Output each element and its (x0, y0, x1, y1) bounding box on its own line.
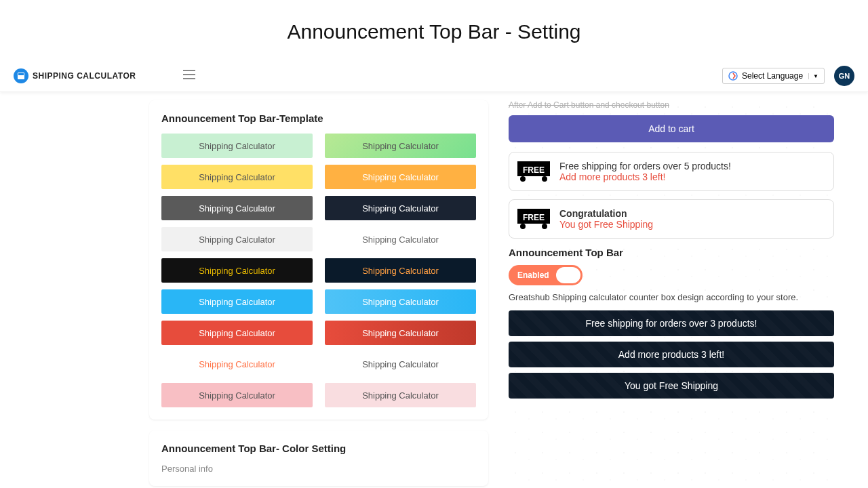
page-title: Announcement Top Bar - Setting (0, 0, 868, 60)
template-option[interactable]: Shipping Calculator (325, 289, 476, 314)
template-option[interactable]: Shipping Calculator (325, 196, 476, 220)
color-setting-card: Announcement Top Bar- Color Setting Pers… (149, 430, 488, 486)
free-shipping-progress-box: FREE Free shipping for orders over 5 pro… (509, 152, 834, 191)
template-option[interactable]: Shipping Calculator (161, 134, 313, 158)
language-label: Select Language (742, 71, 803, 81)
color-card-title: Announcement Top Bar- Color Setting (161, 443, 476, 454)
brand-logo[interactable]: Shipping Calculator (14, 68, 136, 83)
color-card-subtitle: Personal info (161, 464, 476, 474)
preview-bar-2: Add more products 3 left! (509, 342, 834, 367)
template-option[interactable]: Shipping Calculator (161, 196, 313, 220)
toggle-label: Enabled (511, 270, 556, 280)
announcement-section-label: Announcement Top Bar (509, 247, 834, 258)
template-option[interactable]: Shipping Calculator (161, 289, 313, 314)
avatar[interactable]: GN (834, 66, 854, 86)
template-option[interactable]: Shipping Calculator (325, 165, 476, 189)
svg-point-5 (729, 72, 737, 80)
add-to-cart-button[interactable]: Add to cart (509, 115, 834, 142)
congrats-line2: You got Free Shipping (559, 219, 653, 230)
template-option[interactable]: Shipping Calculator (161, 227, 313, 251)
free-box-line1: Free shipping for orders over 5 products… (559, 161, 731, 171)
free-truck-icon: FREE (517, 161, 550, 182)
template-option[interactable]: Shipping Calculator (325, 321, 476, 345)
toggle-description: Greatshub Shipping calculator counter bo… (509, 292, 834, 302)
language-selector[interactable]: Select Language ▼ (722, 68, 825, 84)
template-option[interactable]: Shipping Calculator (325, 227, 476, 251)
right-column: After Add to Cart button and checkout bu… (509, 100, 834, 488)
menu-icon[interactable] (183, 70, 195, 82)
svg-rect-1 (18, 73, 24, 75)
template-option[interactable]: Shipping Calculator (325, 383, 476, 407)
preview-bar-1: Free shipping for orders over 3 products… (509, 310, 834, 336)
brand-name: Shipping Calculator (33, 71, 136, 81)
free-box-line2: Add more products 3 left! (559, 171, 731, 182)
truncated-heading: After Add to Cart button and checkout bu… (509, 100, 834, 110)
template-option[interactable]: Shipping Calculator (161, 165, 313, 189)
template-option[interactable]: Shipping Calculator (325, 352, 476, 376)
enabled-toggle[interactable]: Enabled (509, 265, 583, 285)
template-option[interactable]: Shipping Calculator (161, 383, 313, 407)
template-option[interactable]: Shipping Calculator (325, 134, 476, 158)
preview-bar-3: You got Free Shipping (509, 373, 834, 399)
topbar: Shipping Calculator Select Language ▼ GN (0, 60, 868, 92)
template-option[interactable]: Shipping Calculator (161, 352, 313, 376)
calculator-icon (14, 68, 28, 83)
free-truck-icon: FREE (517, 209, 550, 229)
template-card-title: Announcement Top Bar-Template (161, 113, 476, 124)
content: Announcement Top Bar-Template Shipping C… (0, 92, 868, 488)
template-card: Announcement Top Bar-Template Shipping C… (149, 100, 488, 420)
toggle-knob (556, 267, 580, 283)
template-grid: Shipping Calculator Shipping Calculator … (161, 134, 476, 407)
template-option[interactable]: Shipping Calculator (161, 258, 313, 283)
template-option[interactable]: Shipping Calculator (161, 321, 313, 345)
google-icon (728, 71, 738, 81)
template-option[interactable]: Shipping Calculator (325, 258, 476, 283)
chevron-down-icon: ▼ (808, 73, 818, 79)
left-column: Announcement Top Bar-Template Shipping C… (149, 100, 488, 488)
free-shipping-success-box: FREE Congratulation You got Free Shippin… (509, 199, 834, 239)
congrats-line1: Congratulation (559, 208, 653, 219)
